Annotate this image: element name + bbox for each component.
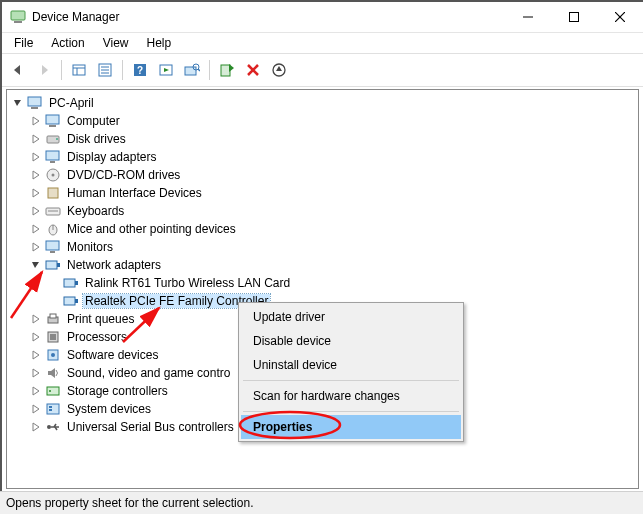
forward-button[interactable]: [32, 58, 56, 82]
tree-category[interactable]: Disk drives: [11, 130, 638, 148]
update-driver-button[interactable]: [267, 58, 291, 82]
usb-controller-icon: [45, 419, 61, 435]
sound-device-icon: [45, 365, 61, 381]
menu-view[interactable]: View: [95, 34, 137, 52]
disk-drive-icon: [45, 131, 61, 147]
menu-file[interactable]: File: [6, 34, 41, 52]
menu-help[interactable]: Help: [139, 34, 180, 52]
menu-action[interactable]: Action: [43, 34, 92, 52]
svg-rect-3: [570, 13, 579, 22]
chevron-right-icon[interactable]: [29, 384, 43, 398]
enable-device-button[interactable]: [215, 58, 239, 82]
properties-toolbar-button[interactable]: [93, 58, 117, 82]
scan-hardware-button[interactable]: [180, 58, 204, 82]
display-adapter-icon: [45, 149, 61, 165]
system-device-icon: [45, 401, 61, 417]
svg-rect-60: [75, 299, 78, 303]
maximize-button[interactable]: [551, 2, 597, 32]
toolbar: ?: [2, 53, 643, 87]
tree-category[interactable]: Computer: [11, 112, 638, 130]
svg-rect-39: [50, 161, 55, 163]
back-button[interactable]: [6, 58, 30, 82]
svg-marker-23: [229, 64, 234, 72]
monitor-icon: [45, 239, 61, 255]
action-button[interactable]: [154, 58, 178, 82]
chevron-right-icon[interactable]: [29, 312, 43, 326]
svg-marker-51: [33, 243, 39, 251]
chevron-right-icon[interactable]: [29, 186, 43, 200]
svg-marker-34: [33, 135, 39, 143]
ctx-disable-device[interactable]: Disable device: [241, 329, 461, 353]
svg-line-21: [198, 69, 200, 71]
svg-rect-29: [28, 97, 41, 106]
ctx-properties[interactable]: Properties: [241, 415, 461, 439]
ctx-uninstall-device[interactable]: Uninstall device: [241, 353, 461, 377]
svg-marker-37: [33, 153, 39, 161]
svg-marker-18: [164, 68, 169, 72]
category-label: Monitors: [65, 240, 115, 254]
chevron-right-icon[interactable]: [29, 222, 43, 236]
category-label: Disk drives: [65, 132, 128, 146]
computer-icon: [45, 113, 61, 129]
device-network-ralink[interactable]: Ralink RT61 Turbo Wireless LAN Card: [11, 274, 638, 292]
svg-marker-71: [48, 368, 55, 378]
category-label: Keyboards: [65, 204, 126, 218]
network-adapter-icon: [63, 293, 79, 309]
svg-marker-64: [33, 333, 39, 341]
category-label: Processors: [65, 330, 129, 344]
ctx-update-driver[interactable]: Update driver: [241, 305, 461, 329]
category-label: Computer: [65, 114, 122, 128]
chevron-right-icon[interactable]: [29, 420, 43, 434]
chevron-down-icon[interactable]: [29, 258, 43, 272]
tree-category[interactable]: Human Interface Devices: [11, 184, 638, 202]
chevron-right-icon[interactable]: [29, 204, 43, 218]
svg-marker-28: [14, 100, 21, 106]
toolbar-separator: [61, 60, 62, 80]
context-menu: Update driver Disable device Uninstall d…: [238, 302, 464, 442]
status-text: Opens property sheet for the current sel…: [6, 496, 253, 510]
chevron-right-icon[interactable]: [29, 402, 43, 416]
close-button[interactable]: [597, 2, 643, 32]
svg-marker-7: [42, 65, 48, 75]
svg-rect-32: [46, 115, 59, 124]
svg-marker-54: [32, 262, 39, 268]
svg-point-42: [52, 174, 55, 177]
svg-rect-73: [47, 387, 59, 395]
chevron-down-icon[interactable]: [11, 96, 25, 110]
chevron-right-icon[interactable]: [29, 150, 43, 164]
category-network-adapters[interactable]: Network adapters: [11, 256, 638, 274]
tree-category[interactable]: Mice and other pointing devices: [11, 220, 638, 238]
ctx-separator: [243, 380, 459, 381]
chevron-right-icon[interactable]: [29, 348, 43, 362]
svg-rect-55: [46, 261, 57, 269]
svg-rect-76: [47, 404, 59, 414]
chevron-right-icon[interactable]: [29, 168, 43, 182]
hid-icon: [45, 185, 61, 201]
window-title: Device Manager: [32, 10, 505, 24]
chevron-right-icon[interactable]: [29, 330, 43, 344]
minimize-button[interactable]: [505, 2, 551, 32]
show-hide-tree-button[interactable]: [67, 58, 91, 82]
chevron-right-icon[interactable]: [29, 114, 43, 128]
chevron-right-icon[interactable]: [29, 132, 43, 146]
help-button[interactable]: ?: [128, 58, 152, 82]
svg-point-36: [56, 138, 58, 140]
svg-rect-19: [185, 67, 196, 75]
computer-root-icon: [27, 95, 43, 111]
tree-root[interactable]: PC-April: [11, 94, 638, 112]
category-label: Print queues: [65, 312, 136, 326]
uninstall-device-button[interactable]: [241, 58, 265, 82]
chevron-right-icon[interactable]: [29, 240, 43, 254]
status-bar: Opens property sheet for the current sel…: [1, 491, 643, 514]
svg-rect-66: [50, 334, 56, 340]
ctx-scan-hardware[interactable]: Scan for hardware changes: [241, 384, 461, 408]
tree-category[interactable]: Display adapters: [11, 148, 638, 166]
chevron-right-icon[interactable]: [29, 366, 43, 380]
svg-marker-72: [33, 387, 39, 395]
svg-rect-22: [221, 65, 230, 76]
svg-point-80: [47, 425, 51, 429]
tree-category[interactable]: Monitors: [11, 238, 638, 256]
tree-category[interactable]: Keyboards: [11, 202, 638, 220]
tree-category[interactable]: DVD/CD-ROM drives: [11, 166, 638, 184]
svg-marker-67: [33, 351, 39, 359]
